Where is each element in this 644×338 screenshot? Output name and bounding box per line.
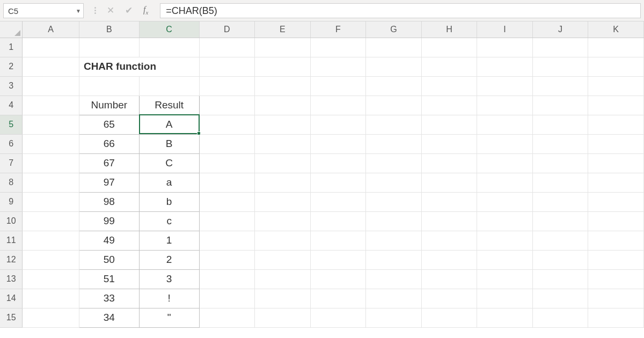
cell-B4[interactable]: Number [79, 95, 139, 115]
cell-I13[interactable] [477, 269, 533, 289]
fx-icon[interactable]: fx [143, 5, 148, 16]
cell-K8[interactable] [588, 173, 644, 192]
cell-G5[interactable] [366, 115, 422, 134]
cell-C12[interactable]: 2 [139, 250, 199, 269]
cell-G3[interactable] [366, 76, 422, 95]
cell-E13[interactable] [255, 269, 311, 289]
cell-H3[interactable] [421, 76, 477, 95]
cell-A15[interactable] [23, 308, 79, 327]
cell-J9[interactable] [532, 192, 588, 211]
cell-H10[interactable] [421, 211, 477, 231]
cell-A12[interactable] [23, 250, 79, 269]
cell-I7[interactable] [477, 153, 533, 173]
cell-D10[interactable] [199, 211, 255, 231]
select-all-corner[interactable] [0, 21, 23, 38]
column-header-F[interactable]: F [310, 21, 366, 38]
formula-input[interactable]: =CHAR(B5) [160, 3, 641, 18]
cell-D12[interactable] [199, 250, 255, 269]
cell-A5[interactable] [23, 115, 79, 134]
cell-D11[interactable] [199, 231, 255, 250]
cell-J3[interactable] [532, 76, 588, 95]
cell-I10[interactable] [477, 211, 533, 231]
row-header-15[interactable]: 15 [0, 308, 23, 327]
cell-F9[interactable] [310, 192, 366, 211]
cell-I8[interactable] [477, 173, 533, 192]
cell-F1[interactable] [310, 38, 366, 57]
cell-J15[interactable] [532, 308, 588, 327]
cell-A6[interactable] [23, 134, 79, 153]
cell-F4[interactable] [310, 95, 366, 115]
row-header-6[interactable]: 6 [0, 134, 23, 153]
cell-J10[interactable] [532, 211, 588, 231]
cell-A4[interactable] [23, 95, 79, 115]
cell-A2[interactable] [23, 57, 79, 76]
name-box[interactable]: C5 ▼ [3, 3, 84, 18]
cell-D15[interactable] [199, 308, 255, 327]
cell-H4[interactable] [421, 95, 477, 115]
cell-F7[interactable] [310, 153, 366, 173]
column-header-E[interactable]: E [255, 21, 311, 38]
column-header-A[interactable]: A [23, 21, 79, 38]
cell-E9[interactable] [255, 192, 311, 211]
cell-K2[interactable] [588, 57, 644, 76]
cell-B1[interactable] [79, 38, 139, 57]
cell-I11[interactable] [477, 231, 533, 250]
cell-H9[interactable] [421, 192, 477, 211]
cell-C1[interactable] [139, 38, 199, 57]
row-header-12[interactable]: 12 [0, 250, 23, 269]
row-header-8[interactable]: 8 [0, 173, 23, 192]
cell-E7[interactable] [255, 153, 311, 173]
column-header-H[interactable]: H [421, 21, 477, 38]
cell-K7[interactable] [588, 153, 644, 173]
cell-G12[interactable] [366, 250, 422, 269]
cell-F15[interactable] [310, 308, 366, 327]
cell-D9[interactable] [199, 192, 255, 211]
cell-G14[interactable] [366, 289, 422, 308]
cell-J14[interactable] [532, 289, 588, 308]
cell-I12[interactable] [477, 250, 533, 269]
column-header-B[interactable]: B [79, 21, 139, 38]
column-header-G[interactable]: G [366, 21, 422, 38]
cell-F8[interactable] [310, 173, 366, 192]
enter-icon[interactable]: ✔ [125, 5, 133, 16]
cell-C15[interactable]: " [139, 308, 199, 327]
cell-D1[interactable] [199, 38, 255, 57]
cell-G15[interactable] [366, 308, 422, 327]
cell-C14[interactable]: ! [139, 289, 199, 308]
cell-E8[interactable] [255, 173, 311, 192]
cell-H13[interactable] [421, 269, 477, 289]
cell-D8[interactable] [199, 173, 255, 192]
cancel-icon[interactable]: ✕ [107, 5, 114, 16]
cell-G2[interactable] [366, 57, 422, 76]
row-header-10[interactable]: 10 [0, 211, 23, 231]
cell-E14[interactable] [255, 289, 311, 308]
cell-J8[interactable] [532, 173, 588, 192]
cell-B15[interactable]: 34 [79, 308, 139, 327]
cell-I2[interactable] [477, 57, 533, 76]
cell-E5[interactable] [255, 115, 311, 134]
cell-G1[interactable] [366, 38, 422, 57]
spreadsheet-grid[interactable]: ABCDEFGHIJK12CHAR function34NumberResult… [0, 21, 644, 328]
cell-C7[interactable]: C [139, 153, 199, 173]
cell-J12[interactable] [532, 250, 588, 269]
row-header-13[interactable]: 13 [0, 269, 23, 289]
cell-B7[interactable]: 67 [79, 153, 139, 173]
cell-G8[interactable] [366, 173, 422, 192]
cell-D14[interactable] [199, 289, 255, 308]
cell-G4[interactable] [366, 95, 422, 115]
cell-B9[interactable]: 98 [79, 192, 139, 211]
cell-F6[interactable] [310, 134, 366, 153]
cell-F12[interactable] [310, 250, 366, 269]
cell-H11[interactable] [421, 231, 477, 250]
cell-A3[interactable] [23, 76, 79, 95]
cell-I5[interactable] [477, 115, 533, 134]
cell-F10[interactable] [310, 211, 366, 231]
cell-K12[interactable] [588, 250, 644, 269]
row-header-2[interactable]: 2 [0, 57, 23, 76]
cell-K10[interactable] [588, 211, 644, 231]
cell-J7[interactable] [532, 153, 588, 173]
cell-B13[interactable]: 51 [79, 269, 139, 289]
cell-I4[interactable] [477, 95, 533, 115]
cell-C9[interactable]: b [139, 192, 199, 211]
cell-G13[interactable] [366, 269, 422, 289]
